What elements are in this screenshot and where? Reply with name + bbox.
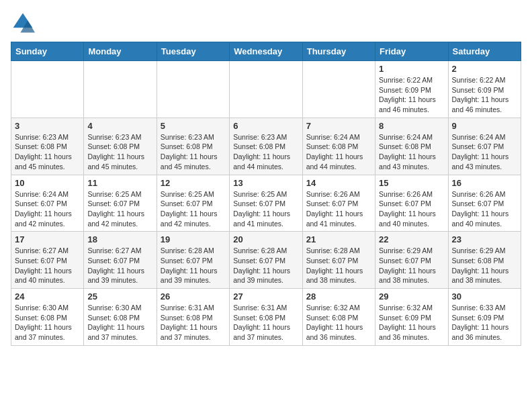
day-info: Sunrise: 6:29 AM Sunset: 6:07 PM Dayligh…	[379, 246, 444, 285]
day-info: Sunrise: 6:31 AM Sunset: 6:08 PM Dayligh…	[233, 303, 298, 342]
weekday-header-thursday: Thursday	[302, 42, 375, 61]
weekday-header-row: SundayMondayTuesdayWednesdayThursdayFrid…	[11, 42, 521, 61]
calendar-cell: 19Sunrise: 6:28 AM Sunset: 6:07 PM Dayli…	[157, 232, 229, 289]
day-number: 2	[452, 64, 517, 74]
day-number: 27	[233, 291, 298, 302]
day-number: 23	[452, 234, 517, 244]
day-number: 3	[15, 121, 80, 131]
calendar-cell	[11, 61, 84, 118]
day-info: Sunrise: 6:25 AM Sunset: 6:07 PM Dayligh…	[87, 189, 152, 229]
day-number: 13	[233, 178, 298, 188]
weekday-header-sunday: Sunday	[11, 42, 84, 61]
day-info: Sunrise: 6:22 AM Sunset: 6:09 PM Dayligh…	[379, 75, 444, 115]
calendar-cell	[230, 61, 302, 118]
calendar-cell: 18Sunrise: 6:27 AM Sunset: 6:07 PM Dayli…	[84, 232, 157, 289]
calendar-cell: 30Sunrise: 6:33 AM Sunset: 6:09 PM Dayli…	[448, 289, 521, 346]
calendar-cell: 16Sunrise: 6:26 AM Sunset: 6:07 PM Dayli…	[448, 175, 521, 232]
weekday-header-saturday: Saturday	[448, 42, 521, 61]
calendar-cell: 7Sunrise: 6:24 AM Sunset: 6:08 PM Daylig…	[302, 118, 375, 175]
week-row-5: 24Sunrise: 6:30 AM Sunset: 6:08 PM Dayli…	[11, 289, 521, 346]
day-number: 11	[87, 178, 152, 188]
calendar-cell: 15Sunrise: 6:26 AM Sunset: 6:07 PM Dayli…	[375, 175, 448, 232]
day-info: Sunrise: 6:28 AM Sunset: 6:07 PM Dayligh…	[233, 246, 298, 285]
day-info: Sunrise: 6:26 AM Sunset: 6:07 PM Dayligh…	[306, 189, 371, 229]
day-info: Sunrise: 6:32 AM Sunset: 6:08 PM Dayligh…	[306, 303, 371, 342]
calendar-cell: 6Sunrise: 6:23 AM Sunset: 6:08 PM Daylig…	[230, 118, 302, 175]
day-info: Sunrise: 6:27 AM Sunset: 6:07 PM Dayligh…	[87, 246, 152, 285]
day-number: 21	[306, 234, 371, 244]
day-number: 8	[379, 121, 444, 131]
calendar-cell: 5Sunrise: 6:23 AM Sunset: 6:08 PM Daylig…	[157, 118, 229, 175]
calendar-cell	[157, 61, 229, 118]
day-number: 28	[306, 291, 371, 302]
logo-icon	[11, 11, 35, 35]
calendar-cell: 25Sunrise: 6:30 AM Sunset: 6:08 PM Dayli…	[84, 289, 157, 346]
day-number: 29	[379, 291, 444, 302]
day-number: 14	[306, 178, 371, 188]
calendar-cell: 9Sunrise: 6:24 AM Sunset: 6:07 PM Daylig…	[448, 118, 521, 175]
day-number: 22	[379, 234, 444, 244]
week-row-2: 3Sunrise: 6:23 AM Sunset: 6:08 PM Daylig…	[11, 118, 521, 175]
day-info: Sunrise: 6:24 AM Sunset: 6:08 PM Dayligh…	[379, 132, 444, 172]
day-info: Sunrise: 6:30 AM Sunset: 6:08 PM Dayligh…	[87, 303, 152, 342]
day-number: 17	[15, 234, 80, 244]
day-info: Sunrise: 6:23 AM Sunset: 6:08 PM Dayligh…	[233, 132, 298, 172]
day-number: 5	[161, 121, 226, 131]
calendar-cell: 22Sunrise: 6:29 AM Sunset: 6:07 PM Dayli…	[375, 232, 448, 289]
day-info: Sunrise: 6:28 AM Sunset: 6:07 PM Dayligh…	[306, 246, 371, 285]
calendar-cell: 17Sunrise: 6:27 AM Sunset: 6:07 PM Dayli…	[11, 232, 84, 289]
calendar-cell: 3Sunrise: 6:23 AM Sunset: 6:08 PM Daylig…	[11, 118, 84, 175]
weekday-header-monday: Monday	[84, 42, 157, 61]
calendar-cell: 2Sunrise: 6:22 AM Sunset: 6:09 PM Daylig…	[448, 61, 521, 118]
day-number: 20	[233, 234, 298, 244]
calendar-cell: 20Sunrise: 6:28 AM Sunset: 6:07 PM Dayli…	[230, 232, 302, 289]
calendar-cell: 4Sunrise: 6:23 AM Sunset: 6:08 PM Daylig…	[84, 118, 157, 175]
header	[11, 11, 521, 35]
day-number: 16	[452, 178, 517, 188]
calendar-cell: 10Sunrise: 6:24 AM Sunset: 6:07 PM Dayli…	[11, 175, 84, 232]
weekday-header-tuesday: Tuesday	[157, 42, 229, 61]
calendar-cell: 8Sunrise: 6:24 AM Sunset: 6:08 PM Daylig…	[375, 118, 448, 175]
day-number: 18	[87, 234, 152, 244]
day-info: Sunrise: 6:24 AM Sunset: 6:07 PM Dayligh…	[452, 132, 517, 172]
day-number: 30	[452, 291, 517, 302]
week-row-4: 17Sunrise: 6:27 AM Sunset: 6:07 PM Dayli…	[11, 232, 521, 289]
day-info: Sunrise: 6:28 AM Sunset: 6:07 PM Dayligh…	[161, 246, 226, 285]
day-info: Sunrise: 6:22 AM Sunset: 6:09 PM Dayligh…	[452, 75, 517, 115]
day-number: 9	[452, 121, 517, 131]
calendar-cell: 11Sunrise: 6:25 AM Sunset: 6:07 PM Dayli…	[84, 175, 157, 232]
weekday-header-friday: Friday	[375, 42, 448, 61]
calendar-cell: 29Sunrise: 6:32 AM Sunset: 6:09 PM Dayli…	[375, 289, 448, 346]
week-row-3: 10Sunrise: 6:24 AM Sunset: 6:07 PM Dayli…	[11, 175, 521, 232]
day-info: Sunrise: 6:24 AM Sunset: 6:08 PM Dayligh…	[306, 132, 371, 172]
day-info: Sunrise: 6:33 AM Sunset: 6:09 PM Dayligh…	[452, 303, 517, 342]
day-info: Sunrise: 6:24 AM Sunset: 6:07 PM Dayligh…	[15, 189, 80, 229]
day-info: Sunrise: 6:26 AM Sunset: 6:07 PM Dayligh…	[452, 189, 517, 229]
calendar-cell: 13Sunrise: 6:25 AM Sunset: 6:07 PM Dayli…	[230, 175, 302, 232]
day-number: 6	[233, 121, 298, 131]
day-info: Sunrise: 6:23 AM Sunset: 6:08 PM Dayligh…	[15, 132, 80, 172]
day-info: Sunrise: 6:23 AM Sunset: 6:08 PM Dayligh…	[87, 132, 152, 172]
day-info: Sunrise: 6:25 AM Sunset: 6:07 PM Dayligh…	[161, 189, 226, 229]
day-info: Sunrise: 6:30 AM Sunset: 6:08 PM Dayligh…	[15, 303, 80, 342]
week-row-1: 1Sunrise: 6:22 AM Sunset: 6:09 PM Daylig…	[11, 61, 521, 118]
day-number: 1	[379, 64, 444, 74]
day-number: 7	[306, 121, 371, 131]
day-number: 24	[15, 291, 80, 302]
day-number: 15	[379, 178, 444, 188]
calendar-cell	[302, 61, 375, 118]
calendar-cell: 1Sunrise: 6:22 AM Sunset: 6:09 PM Daylig…	[375, 61, 448, 118]
day-number: 10	[15, 178, 80, 188]
calendar-cell: 14Sunrise: 6:26 AM Sunset: 6:07 PM Dayli…	[302, 175, 375, 232]
day-info: Sunrise: 6:31 AM Sunset: 6:08 PM Dayligh…	[161, 303, 226, 342]
day-number: 26	[161, 291, 226, 302]
calendar-cell: 21Sunrise: 6:28 AM Sunset: 6:07 PM Dayli…	[302, 232, 375, 289]
day-info: Sunrise: 6:27 AM Sunset: 6:07 PM Dayligh…	[15, 246, 80, 285]
weekday-header-wednesday: Wednesday	[230, 42, 302, 61]
calendar-cell	[84, 61, 157, 118]
day-number: 4	[87, 121, 152, 131]
day-info: Sunrise: 6:29 AM Sunset: 6:08 PM Dayligh…	[452, 246, 517, 285]
calendar-cell: 23Sunrise: 6:29 AM Sunset: 6:08 PM Dayli…	[448, 232, 521, 289]
day-number: 12	[161, 178, 226, 188]
calendar-cell: 24Sunrise: 6:30 AM Sunset: 6:08 PM Dayli…	[11, 289, 84, 346]
